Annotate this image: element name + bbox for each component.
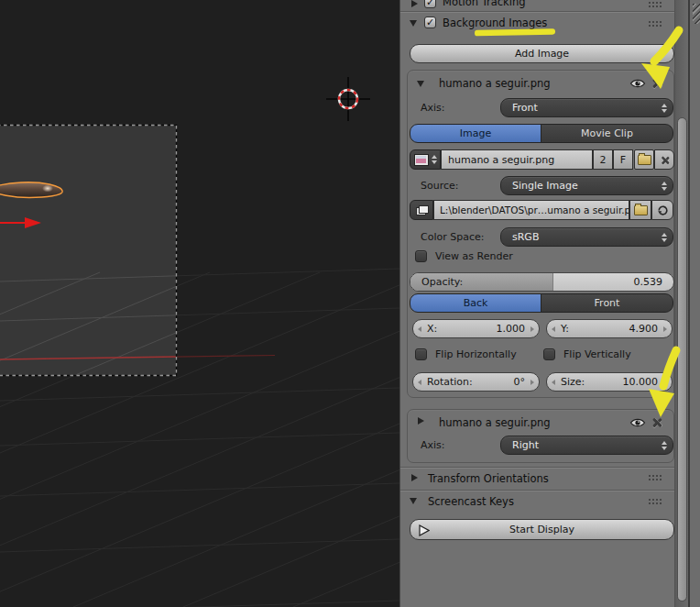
disclosure-triangle-icon[interactable]	[410, 498, 417, 504]
opacity-value: 0.539	[634, 273, 663, 292]
users-count-button[interactable]: 2	[593, 149, 613, 170]
color-space-select[interactable]: sRGB	[500, 227, 673, 247]
rotation-field[interactable]: Rotation: 0°	[412, 372, 540, 392]
offset-x-field[interactable]: X: 1.000	[412, 319, 540, 338]
fake-user-label: F	[620, 154, 626, 166]
motion-tracking-checkbox[interactable]: ✓	[424, 0, 436, 8]
eye-icon[interactable]	[629, 78, 646, 89]
browse-filepath-button[interactable]	[629, 200, 651, 220]
size-field[interactable]: Size: 10.000	[546, 372, 673, 392]
depth-back-label: Back	[464, 297, 488, 309]
dropdown-arrows-icon	[662, 233, 667, 242]
panel-grip-icon[interactable]	[649, 2, 662, 8]
eye-icon[interactable]	[629, 417, 646, 428]
depth-front-button[interactable]: Front	[541, 293, 673, 313]
axis-label: Axis:	[421, 436, 445, 455]
close-icon[interactable]	[651, 416, 662, 428]
flip-vertically-checkbox[interactable]	[543, 348, 555, 360]
flip-horizontally-label: Flip Horizontally	[435, 348, 517, 361]
region-edge	[688, 0, 700, 607]
disclosure-triangle-icon[interactable]	[410, 20, 417, 27]
filepath-field[interactable]: L:\blender\DATOS\pr…umano a seguir.png	[433, 200, 629, 220]
stepper-right-icon[interactable]	[530, 380, 534, 385]
source-select-value: Single Image	[512, 177, 578, 194]
filepath-value: L:\blender\DATOS\pr…umano a seguir.png	[440, 204, 629, 215]
refresh-icon	[657, 204, 669, 216]
blender-window: ✓ Motion Tracking ✓ Background Images Ad…	[0, 0, 700, 607]
opacity-label: Opacity:	[421, 273, 463, 292]
stepper-right-icon[interactable]	[663, 326, 667, 332]
dropdown-arrows-icon	[662, 441, 667, 450]
image-datablock-icon	[414, 154, 429, 166]
source-label: Source:	[421, 176, 459, 195]
start-display-button[interactable]: Start Display	[410, 519, 674, 540]
scrollbar-thumb[interactable]	[677, 117, 687, 601]
unlink-image-button[interactable]	[654, 149, 674, 170]
background-images-checkbox[interactable]: ✓	[424, 17, 436, 28]
opacity-slider[interactable]: Opacity: 0.539	[410, 272, 674, 292]
disclosure-triangle-icon[interactable]	[418, 417, 424, 425]
stepper-left-icon[interactable]	[552, 326, 555, 332]
offset-y-field[interactable]: Y: 4.900	[546, 319, 673, 338]
image-name-value: humano a seguir.png	[448, 154, 554, 166]
panel-header-background-images[interactable]: Background Images	[443, 15, 547, 31]
panel-scrollbar[interactable]	[674, 0, 688, 607]
stepper-left-icon[interactable]	[418, 380, 421, 385]
close-icon	[659, 154, 669, 164]
open-folder-icon	[638, 155, 651, 165]
axis-select-value: Front	[512, 99, 538, 116]
axis-label: Axis:	[421, 98, 445, 117]
color-space-label: Color Space:	[421, 227, 484, 247]
source-select[interactable]: Single Image	[500, 176, 673, 195]
axis-select[interactable]: Front	[500, 98, 673, 117]
3d-viewport[interactable]	[0, 0, 399, 607]
region-corner-grip-icon[interactable]	[693, 4, 700, 24]
image-name-field[interactable]: humano a seguir.png	[441, 149, 593, 170]
depth-back-button[interactable]: Back	[410, 293, 541, 313]
image1-title: humano a seguir.png	[439, 75, 551, 92]
fake-user-button[interactable]: F	[613, 149, 633, 170]
tab-movie-clip-label: Movie Clip	[581, 127, 633, 139]
flip-horizontally-checkbox[interactable]	[415, 348, 427, 360]
image-stack-icon	[416, 205, 428, 215]
panel-grip-icon[interactable]	[649, 21, 662, 28]
start-display-label: Start Display	[509, 524, 574, 535]
panel-header-motion-tracking[interactable]: Motion Tracking	[443, 0, 526, 9]
rotation-label: Rotation:	[427, 373, 473, 391]
add-image-button[interactable]: Add Image	[410, 44, 674, 63]
axis-select-2-value: Right	[512, 436, 539, 454]
image-source-button[interactable]	[410, 200, 433, 220]
panel-grip-icon[interactable]	[649, 475, 662, 481]
stepper-right-icon[interactable]	[663, 380, 667, 385]
close-icon[interactable]	[651, 77, 662, 89]
panel-header-transform-orientations[interactable]: Transform Orientations	[428, 470, 549, 487]
dropdown-arrows-icon	[432, 155, 437, 164]
image2-title: humano a seguir.png	[439, 414, 551, 431]
users-count-label: 2	[600, 154, 607, 166]
image-browse-button[interactable]	[410, 149, 441, 170]
panel-grip-icon[interactable]	[649, 499, 662, 505]
view-as-render-checkbox[interactable]	[415, 250, 427, 262]
offset-y-label: Y:	[561, 320, 569, 337]
reload-image-button[interactable]	[651, 200, 673, 220]
disclosure-triangle-icon[interactable]	[411, 0, 418, 7]
size-label: Size:	[561, 373, 585, 391]
tab-image[interactable]: Image	[410, 124, 541, 143]
disclosure-triangle-icon[interactable]	[411, 474, 418, 481]
dropdown-arrows-icon	[662, 182, 667, 191]
viewport-canvas	[0, 0, 399, 607]
axis-select-2[interactable]: Right	[500, 436, 673, 455]
panel-header-screencast-keys[interactable]: Screencast Keys	[428, 493, 514, 510]
rotation-value: 0°	[514, 373, 526, 391]
add-image-label: Add Image	[515, 48, 569, 60]
stepper-left-icon[interactable]	[418, 326, 421, 332]
selected-object[interactable]	[0, 182, 62, 198]
open-image-button[interactable]	[634, 149, 654, 170]
view-as-render-label: View as Render	[435, 249, 513, 263]
disclosure-triangle-icon[interactable]	[417, 81, 424, 87]
size-value: 10.000	[623, 373, 659, 391]
tab-movie-clip[interactable]: Movie Clip	[541, 124, 673, 143]
stepper-left-icon[interactable]	[552, 380, 555, 385]
stepper-right-icon[interactable]	[530, 326, 534, 332]
depth-front-label: Front	[595, 297, 620, 309]
